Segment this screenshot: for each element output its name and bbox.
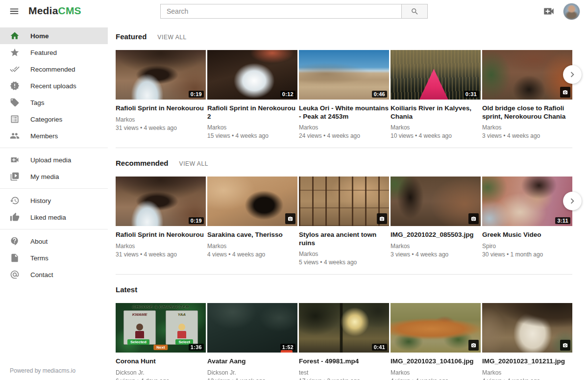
media-title[interactable]: Sarakina cave, Therisso bbox=[207, 231, 297, 239]
photo-thumbnail[interactable] bbox=[207, 177, 297, 226]
media-card[interactable]: IMG_20201022_085503.jpg Markos 3 views •… bbox=[391, 177, 481, 266]
media-title[interactable]: Rafioli Sprint in Nerokourou 2 bbox=[207, 104, 297, 121]
media-author[interactable]: Markos bbox=[391, 369, 481, 376]
media-card[interactable]: IMG_20201023_104106.jpg Markos 4 views •… bbox=[391, 303, 481, 380]
duration-badge: 3:11 bbox=[555, 217, 570, 224]
media-title[interactable]: Corona Hunt bbox=[116, 357, 206, 366]
media-author[interactable]: Spiro bbox=[482, 243, 572, 250]
upload-video-icon[interactable] bbox=[542, 5, 555, 18]
media-author[interactable]: Markos bbox=[207, 243, 297, 250]
media-title[interactable]: IMG_20201023_104106.jpg bbox=[391, 357, 481, 366]
video-thumbnail[interactable]: 0:46 bbox=[299, 50, 389, 100]
sidebar-item-members[interactable]: Members bbox=[0, 127, 108, 144]
media-author[interactable]: Markos bbox=[482, 369, 572, 376]
user-avatar[interactable] bbox=[563, 3, 580, 20]
top-header: MediaCMS bbox=[0, 0, 588, 23]
sidebar-item-upload-media[interactable]: Upload media bbox=[0, 152, 108, 168]
sidebar-item-recommended[interactable]: Recommended bbox=[0, 61, 108, 77]
media-title[interactable]: Stylos area ancient town ruins bbox=[299, 231, 389, 247]
media-title[interactable]: Old bridge close to Rafioli sprint, Nero… bbox=[482, 104, 572, 121]
thumb-up-icon bbox=[10, 212, 20, 222]
media-author[interactable]: Dickson Jr. bbox=[207, 369, 297, 376]
view-all-link[interactable]: VIEW ALL bbox=[157, 34, 187, 41]
media-author[interactable]: Markos bbox=[299, 251, 389, 257]
sidebar-divider bbox=[0, 148, 108, 148]
search-button[interactable] bbox=[401, 4, 428, 19]
media-author[interactable]: Markos bbox=[391, 243, 481, 250]
photo-thumbnail[interactable] bbox=[391, 303, 481, 353]
photo-thumbnail[interactable] bbox=[482, 50, 572, 100]
photo-thumbnail[interactable] bbox=[299, 177, 389, 226]
media-author[interactable]: Markos bbox=[482, 124, 572, 131]
media-author[interactable]: Markos bbox=[391, 124, 481, 131]
members-icon bbox=[10, 131, 20, 141]
sidebar-item-contact[interactable]: Contact bbox=[0, 266, 108, 283]
sidebar-item-about[interactable]: About bbox=[0, 233, 108, 250]
sidebar-item-label: History bbox=[30, 197, 51, 204]
duration-badge: 0:41 bbox=[372, 344, 387, 351]
media-card[interactable]: 0:46 Leuka Ori - White mountains - Peak … bbox=[299, 50, 389, 139]
video-thumbnail[interactable]: 0:12 bbox=[207, 50, 297, 100]
menu-icon[interactable] bbox=[9, 6, 20, 17]
duration-badge: 1:36 bbox=[189, 344, 204, 351]
media-author[interactable]: Markos bbox=[299, 124, 389, 131]
media-card[interactable]: 0:41 Forest - 49981.mp4 test 17 views • … bbox=[299, 303, 389, 380]
sidebar-item-label: Recent uploads bbox=[30, 82, 76, 90]
media-author[interactable]: Markos bbox=[207, 124, 297, 131]
video-thumbnail[interactable]: 0:19 bbox=[116, 177, 206, 226]
carousel-next-button[interactable] bbox=[563, 192, 582, 210]
media-meta: 3 views • 4 weeks ago bbox=[482, 132, 572, 139]
media-title[interactable]: IMG_20201022_085503.jpg bbox=[391, 231, 481, 239]
video-thumbnail[interactable]: 0:31 bbox=[391, 50, 481, 100]
media-card[interactable]: IMG_20201023_101211.jpg Markos 4 views •… bbox=[482, 303, 572, 380]
video-thumbnail[interactable]: 0:19 bbox=[116, 50, 206, 100]
media-title[interactable]: Forest - 49981.mp4 bbox=[299, 357, 389, 366]
video-thumbnail[interactable]: 0:41 bbox=[299, 303, 389, 353]
video-thumbnail[interactable]: 3:11 bbox=[482, 177, 572, 226]
video-thumbnail[interactable]: 1:52 bbox=[207, 303, 297, 353]
media-card[interactable]: 0:31 Koiliaris River in Kalyves, Chania … bbox=[391, 50, 481, 139]
carousel-next-button[interactable] bbox=[563, 65, 582, 84]
media-card[interactable]: CHOOSE A CHARACTER KWAME YAA Selected Ne… bbox=[116, 303, 206, 380]
sidebar-item-my-media[interactable]: My media bbox=[0, 168, 108, 185]
media-card[interactable]: 1:52 Avatar Aang Dickson Jr. 12 views • … bbox=[207, 303, 297, 380]
sidebar-item-featured[interactable]: Featured bbox=[0, 44, 108, 61]
search-input[interactable] bbox=[160, 4, 402, 19]
sidebar-item-history[interactable]: History bbox=[0, 192, 108, 209]
media-title[interactable]: Koiliaris River in Kalyves, Chania bbox=[391, 104, 481, 121]
media-card[interactable]: Stylos area ancient town ruins Markos 5 … bbox=[299, 177, 389, 266]
sidebar-item-home[interactable]: Home bbox=[0, 27, 108, 44]
sidebar-item-tags[interactable]: Tags bbox=[0, 94, 108, 111]
media-card[interactable]: 3:11 Greek Music Video Spiro 30 views • … bbox=[482, 177, 572, 266]
media-title[interactable]: Greek Music Video bbox=[482, 231, 572, 239]
media-title[interactable]: Rafioli Sprint in Nerokourou bbox=[116, 104, 206, 113]
media-title[interactable]: Rafioli Sprint in Nerokourou bbox=[116, 231, 206, 239]
app-logo[interactable]: MediaCMS bbox=[28, 5, 81, 17]
photo-thumbnail[interactable] bbox=[482, 303, 572, 353]
media-card[interactable]: 0:19 Rafioli Sprint in Nerokourou Markos… bbox=[116, 50, 206, 139]
photo-icon bbox=[285, 213, 295, 224]
media-author[interactable]: Markos bbox=[116, 116, 206, 123]
media-meta: 3 views • 4 weeks ago bbox=[391, 251, 481, 258]
media-author[interactable]: test bbox=[299, 369, 389, 376]
media-title[interactable]: Leuka Ori - White mountains - Peak at 24… bbox=[299, 104, 389, 121]
sidebar-item-liked-media[interactable]: Liked media bbox=[0, 209, 108, 226]
sidebar-item-categories[interactable]: Categories bbox=[0, 111, 108, 127]
sidebar-item-recent-uploads[interactable]: Recent uploads bbox=[0, 77, 108, 94]
media-card[interactable]: 0:12 Rafioli Sprint in Nerokourou 2 Mark… bbox=[207, 50, 297, 139]
sidebar-item-terms[interactable]: Terms bbox=[0, 250, 108, 266]
powered-by-text: Powered by mediacms.io bbox=[10, 367, 75, 374]
video-thumbnail[interactable]: CHOOSE A CHARACTER KWAME YAA Selected Ne… bbox=[116, 303, 206, 353]
photo-icon bbox=[377, 213, 387, 224]
view-all-link[interactable]: VIEW ALL bbox=[179, 160, 209, 167]
media-meta: 4 views • 4 weeks ago bbox=[207, 251, 297, 258]
media-author[interactable]: Markos bbox=[116, 243, 206, 250]
media-title[interactable]: IMG_20201023_101211.jpg bbox=[482, 357, 572, 366]
media-card[interactable]: Old bridge close to Rafioli sprint, Nero… bbox=[482, 50, 572, 139]
media-title[interactable]: Avatar Aang bbox=[207, 357, 297, 366]
media-card[interactable]: Sarakina cave, Therisso Markos 4 views •… bbox=[207, 177, 297, 266]
media-author[interactable]: Dickson Jr. bbox=[116, 369, 206, 376]
photo-thumbnail[interactable] bbox=[391, 177, 481, 226]
media-meta: 30 views • 1 month ago bbox=[482, 251, 572, 258]
media-card[interactable]: 0:19 Rafioli Sprint in Nerokourou Markos… bbox=[116, 177, 206, 266]
